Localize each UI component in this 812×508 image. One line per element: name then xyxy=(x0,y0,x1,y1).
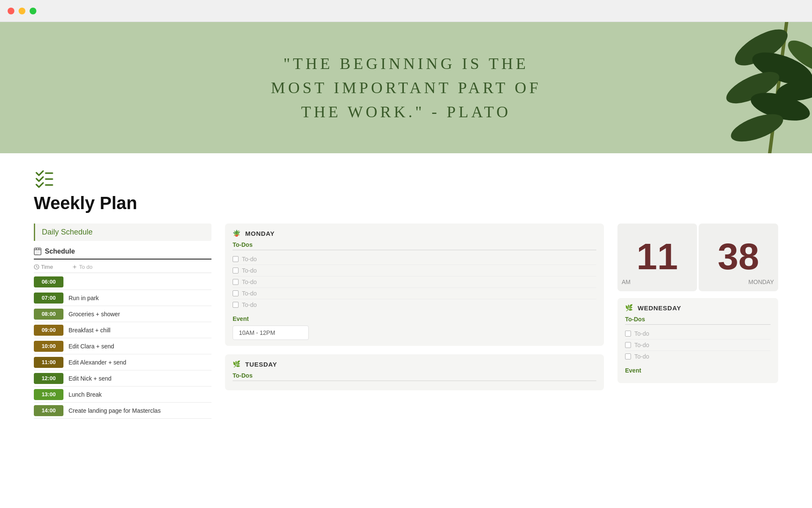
clock-ampm: AM xyxy=(622,279,631,285)
task-text[interactable]: Run in park xyxy=(67,295,101,301)
table-row: 08:00 Groceries + shower xyxy=(34,306,211,322)
time-badge: 09:00 xyxy=(34,325,63,336)
time-badge: 10:00 xyxy=(34,341,63,352)
schedule-icon xyxy=(34,248,41,255)
window-chrome xyxy=(0,0,812,22)
clock-day: MONDAY xyxy=(749,279,774,285)
todo-checkbox[interactable] xyxy=(233,279,239,285)
wednesday-todos-label: To-Dos xyxy=(625,316,771,325)
main-content: Daily Schedule Schedule xyxy=(0,224,812,419)
tuesday-header: 🌿 TUESDAY xyxy=(233,360,596,368)
left-column: Daily Schedule Schedule xyxy=(34,224,211,419)
task-text[interactable]: Groceries + shower xyxy=(67,311,122,318)
maximize-button[interactable] xyxy=(30,8,36,14)
clock-icon xyxy=(34,264,39,270)
wednesday-event-label: Event xyxy=(625,367,771,374)
todo-column-header: To do xyxy=(72,264,93,270)
monday-todos-label: To-Dos xyxy=(233,241,596,250)
table-row: 09:00 Breakfast + chill xyxy=(34,322,211,338)
list-item: To-do xyxy=(233,288,596,299)
todo-checkbox[interactable] xyxy=(625,342,631,348)
clock-hours-box: 11 AM xyxy=(617,224,697,291)
wednesday-card: 🌿 WEDNESDAY To-Dos To-doTo-doTo-do Event xyxy=(617,298,778,383)
tuesday-label: TUESDAY xyxy=(245,361,277,368)
hero-leaves-decoration xyxy=(651,22,812,153)
wednesday-header: 🌿 WEDNESDAY xyxy=(625,304,771,312)
task-text[interactable]: Edit Clara + send xyxy=(67,343,116,350)
tuesday-card: 🌿 TUESDAY To-Dos xyxy=(225,354,604,390)
todo-checkbox[interactable] xyxy=(233,290,239,296)
time-badge: 08:00 xyxy=(34,309,63,320)
monday-todos-list: To-doTo-doTo-doTo-doTo-do xyxy=(233,254,596,310)
clock-widget: 11 AM 38 MONDAY xyxy=(617,224,778,291)
minimize-button[interactable] xyxy=(19,8,25,14)
monday-event-label: Event xyxy=(233,315,596,322)
hero-banner: "The Beginning is the Most Important Par… xyxy=(0,22,812,153)
time-badge: 14:00 xyxy=(34,405,63,416)
list-item: To-do xyxy=(233,299,596,310)
table-row: 11:00 Edit Alexander + send xyxy=(34,354,211,370)
task-text[interactable]: Edit Alexander + send xyxy=(67,359,128,366)
list-item: To-do xyxy=(625,340,771,351)
task-text[interactable]: Breakfast + chill xyxy=(67,327,112,334)
table-row: 06:00 xyxy=(34,274,211,290)
clock-hours: 11 xyxy=(636,238,678,275)
monday-event-time[interactable]: 10AM - 12PM xyxy=(233,326,309,340)
list-item: To-do xyxy=(233,265,596,276)
sparkle-icon xyxy=(72,264,77,270)
page-title: Weekly Plan xyxy=(0,188,812,224)
task-text[interactable]: Create landing page for Masterclas xyxy=(67,407,162,414)
time-badge: 12:00 xyxy=(34,373,63,384)
todo-checkbox[interactable] xyxy=(233,256,239,262)
schedule-column-headers: Time To do xyxy=(34,261,211,273)
time-badge: 06:00 xyxy=(34,276,63,287)
time-badge: 11:00 xyxy=(34,357,63,368)
schedule-label: Schedule xyxy=(45,248,75,255)
page-icon xyxy=(34,168,54,188)
task-text[interactable]: Lunch Break xyxy=(67,391,104,398)
schedule-section-header: Schedule xyxy=(34,248,211,260)
page-icon-row xyxy=(0,153,812,188)
task-text[interactable]: Edit Nick + send xyxy=(67,375,113,382)
table-row: 14:00 Create landing page for Masterclas xyxy=(34,403,211,419)
time-badge: 13:00 xyxy=(34,389,63,400)
clock-minutes: 38 xyxy=(718,238,759,275)
table-row: 13:00 Lunch Break xyxy=(34,387,211,403)
todo-checkbox[interactable] xyxy=(233,268,239,273)
monday-icon: 🪴 xyxy=(233,229,241,237)
wednesday-icon: 🌿 xyxy=(625,304,634,312)
wednesday-label: WEDNESDAY xyxy=(638,304,681,312)
time-column-header: Time xyxy=(34,264,72,270)
table-row: 12:00 Edit Nick + send xyxy=(34,370,211,387)
hero-quote: "The Beginning is the Most Important Par… xyxy=(258,52,554,124)
list-item: To-do xyxy=(233,276,596,288)
svg-line-20 xyxy=(37,267,38,268)
list-item: To-do xyxy=(625,328,771,340)
close-button[interactable] xyxy=(8,8,14,14)
monday-header: 🪴 MONDAY xyxy=(233,229,596,237)
table-row: 10:00 Edit Clara + send xyxy=(34,338,211,354)
schedule-rows: 06:00 07:00 Run in park 08:00 Groceries … xyxy=(34,274,211,419)
list-item: To-do xyxy=(233,254,596,265)
todo-checkbox[interactable] xyxy=(625,353,631,359)
wednesday-todos-list: To-doTo-doTo-do xyxy=(625,328,771,362)
right-column: 11 AM 38 MONDAY 🌿 WEDNESDAY To-Dos To-do… xyxy=(617,224,778,383)
table-row: 07:00 Run in park xyxy=(34,290,211,306)
middle-column: 🪴 MONDAY To-Dos To-doTo-doTo-doTo-doTo-d… xyxy=(225,224,604,399)
monday-label: MONDAY xyxy=(245,230,275,237)
todo-checkbox[interactable] xyxy=(625,331,631,337)
list-item: To-do xyxy=(625,351,771,362)
tuesday-todos-label: To-Dos xyxy=(233,372,596,381)
tuesday-icon: 🌿 xyxy=(233,360,241,368)
clock-minutes-box: 38 MONDAY xyxy=(699,224,778,291)
monday-card: 🪴 MONDAY To-Dos To-doTo-doTo-doTo-doTo-d… xyxy=(225,224,604,346)
daily-schedule-label: Daily Schedule xyxy=(34,224,211,241)
time-badge: 07:00 xyxy=(34,293,63,304)
todo-checkbox[interactable] xyxy=(233,302,239,308)
